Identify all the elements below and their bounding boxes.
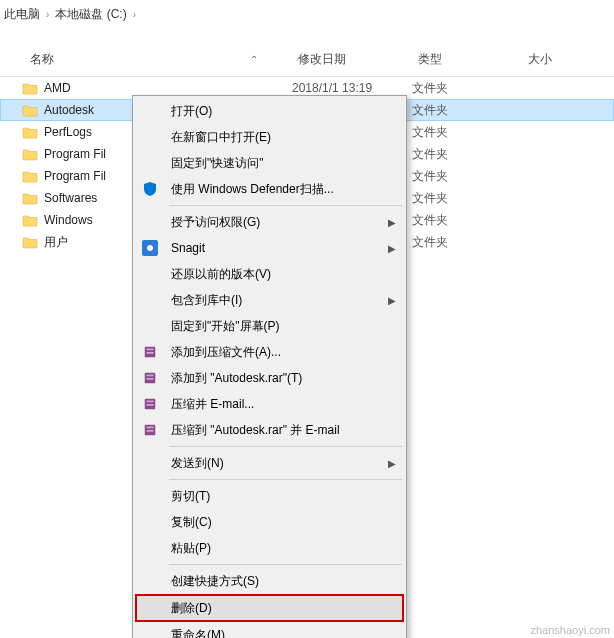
menu-rename[interactable]: 重命名(M) — [135, 622, 404, 638]
menu-separator — [169, 446, 402, 447]
folder-icon — [22, 192, 38, 205]
column-date[interactable]: 修改日期 — [290, 47, 410, 72]
column-name[interactable]: 名称 ⌃ — [0, 47, 290, 72]
chevron-right-icon: › — [46, 9, 49, 20]
archive-icon — [141, 395, 159, 413]
menu-open[interactable]: 打开(O) — [135, 98, 404, 124]
file-type: 文件夹 — [412, 190, 522, 207]
menu-copy[interactable]: 复制(C) — [135, 509, 404, 535]
svg-rect-3 — [147, 349, 154, 351]
folder-icon — [22, 148, 38, 161]
archive-icon — [141, 343, 159, 361]
shield-icon — [141, 180, 159, 198]
menu-create-shortcut[interactable]: 创建快捷方式(S) — [135, 568, 404, 594]
file-type: 文件夹 — [412, 212, 522, 229]
file-date: 2018/1/1 13:19 — [292, 81, 412, 95]
menu-separator — [169, 564, 402, 565]
menu-pin-start[interactable]: 固定到"开始"屏幕(P) — [135, 313, 404, 339]
menu-add-archive[interactable]: 添加到压缩文件(A)... — [135, 339, 404, 365]
svg-rect-13 — [147, 430, 154, 432]
menu-pin-quick-access[interactable]: 固定到"快速访问" — [135, 150, 404, 176]
file-type: 文件夹 — [412, 234, 522, 251]
svg-rect-6 — [147, 375, 154, 377]
menu-compress-rar-email[interactable]: 压缩到 "Autodesk.rar" 并 E-mail — [135, 417, 404, 443]
svg-rect-9 — [147, 401, 154, 403]
archive-icon — [141, 369, 159, 387]
svg-point-1 — [147, 245, 153, 251]
folder-icon — [22, 104, 38, 117]
file-type: 文件夹 — [412, 102, 522, 119]
archive-icon — [141, 421, 159, 439]
chevron-right-icon: ▶ — [388, 217, 396, 228]
svg-rect-7 — [147, 378, 154, 380]
file-type: 文件夹 — [412, 168, 522, 185]
chevron-right-icon: ▶ — [388, 295, 396, 306]
svg-rect-4 — [147, 352, 154, 354]
breadcrumb[interactable]: 此电脑 › 本地磁盘 (C:) › — [0, 0, 614, 29]
chevron-right-icon: › — [133, 9, 136, 20]
watermark: zhanshaoyi.com — [531, 624, 611, 636]
menu-cut[interactable]: 剪切(T) — [135, 483, 404, 509]
menu-separator — [169, 479, 402, 480]
menu-defender-scan[interactable]: 使用 Windows Defender扫描... — [135, 176, 404, 202]
menu-separator — [169, 205, 402, 206]
breadcrumb-path[interactable]: 本地磁盘 (C:) — [55, 6, 126, 23]
chevron-right-icon: ▶ — [388, 458, 396, 469]
menu-send-to[interactable]: 发送到(N)▶ — [135, 450, 404, 476]
svg-rect-12 — [147, 427, 154, 429]
menu-add-rar[interactable]: 添加到 "Autodesk.rar"(T) — [135, 365, 404, 391]
sort-caret-icon: ⌃ — [250, 54, 258, 65]
snagit-icon — [141, 239, 159, 257]
file-name: AMD — [44, 81, 292, 95]
menu-include-library[interactable]: 包含到库中(I)▶ — [135, 287, 404, 313]
file-type: 文件夹 — [412, 146, 522, 163]
folder-icon — [22, 214, 38, 227]
menu-paste[interactable]: 粘贴(P) — [135, 535, 404, 561]
menu-grant-access[interactable]: 授予访问权限(G)▶ — [135, 209, 404, 235]
folder-icon — [22, 236, 38, 249]
column-size[interactable]: 大小 — [520, 47, 600, 72]
folder-icon — [22, 126, 38, 139]
menu-delete[interactable]: 删除(D) — [135, 594, 404, 622]
svg-rect-10 — [147, 404, 154, 406]
breadcrumb-root[interactable]: 此电脑 — [4, 6, 40, 23]
context-menu: 打开(O) 在新窗口中打开(E) 固定到"快速访问" 使用 Windows De… — [132, 95, 407, 638]
folder-icon — [22, 170, 38, 183]
file-type: 文件夹 — [412, 80, 522, 97]
column-type[interactable]: 类型 — [410, 47, 520, 72]
menu-restore-previous[interactable]: 还原以前的版本(V) — [135, 261, 404, 287]
menu-open-new-window[interactable]: 在新窗口中打开(E) — [135, 124, 404, 150]
chevron-right-icon: ▶ — [388, 243, 396, 254]
folder-icon — [22, 82, 38, 95]
menu-snagit[interactable]: Snagit▶ — [135, 235, 404, 261]
file-type: 文件夹 — [412, 124, 522, 141]
column-headers: 名称 ⌃ 修改日期 类型 大小 — [0, 43, 614, 77]
menu-compress-email[interactable]: 压缩并 E-mail... — [135, 391, 404, 417]
